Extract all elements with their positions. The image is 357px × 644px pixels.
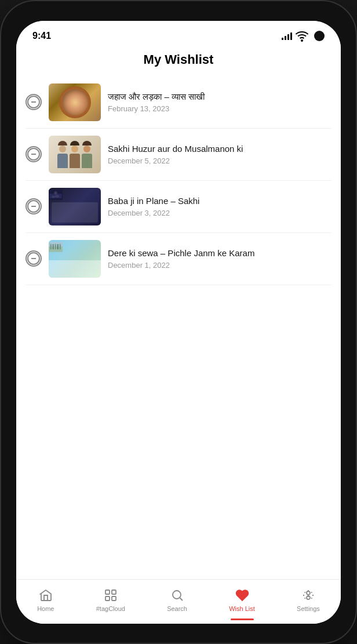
remove-button-2[interactable]	[26, 146, 42, 162]
svg-rect-24	[60, 245, 61, 249]
svg-point-9	[54, 191, 57, 194]
svg-point-0	[301, 40, 303, 41]
settings-icon	[301, 588, 316, 603]
svg-rect-18	[53, 245, 54, 249]
page-header: My Wishlist	[16, 48, 341, 77]
item-title-1: जहाज और लड़का – व्यास साखी	[108, 91, 332, 103]
status-icons	[282, 29, 325, 43]
remove-button-1[interactable]	[26, 94, 42, 110]
phone-screen: 9:41 My Wishlist	[16, 21, 341, 624]
svg-rect-29	[112, 596, 116, 601]
svg-point-30	[173, 591, 181, 599]
wishlist-icon	[235, 588, 250, 603]
nav-label-settings: Settings	[297, 605, 320, 612]
item-info-3: Baba ji in Plane – Sakhi December 3, 202…	[108, 195, 332, 218]
nav-item-home[interactable]: Home	[30, 585, 61, 614]
svg-point-32	[307, 591, 310, 595]
wifi-icon	[295, 29, 309, 43]
svg-point-10	[52, 195, 55, 198]
nav-label-tagcloud: #tagCloud	[96, 605, 125, 612]
wishlist-content: जहाज और लड़का – व्यास साखी February 13, …	[16, 77, 341, 579]
bottom-nav: Home #tagCloud	[16, 579, 341, 624]
item-thumbnail-1	[49, 83, 101, 121]
svg-point-23	[57, 244, 59, 246]
svg-rect-22	[57, 245, 59, 249]
item-thumbnail-2	[49, 136, 101, 173]
remove-button-3[interactable]	[26, 198, 42, 214]
svg-rect-26	[105, 590, 110, 594]
page-title: My Wishlist	[30, 52, 327, 67]
search-icon	[170, 588, 185, 603]
nav-item-tagcloud[interactable]: #tagCloud	[89, 585, 132, 614]
item-date-4: December 1, 2022	[108, 261, 332, 270]
nav-item-search[interactable]: Search	[160, 585, 194, 614]
item-info-2: Sakhi Huzur aur do Musalmanon ki Decembe…	[108, 143, 332, 166]
item-info-4: Dere ki sewa – Pichle Janm ke Karam Dece…	[108, 248, 332, 270]
nav-label-search: Search	[167, 605, 187, 612]
remove-button-4[interactable]	[26, 250, 42, 267]
list-item: Baba ji in Plane – Sakhi December 3, 202…	[26, 181, 332, 233]
list-item: जहाज और लड़का – व्यास साखी February 13, …	[26, 77, 332, 129]
nav-item-settings[interactable]: Settings	[290, 585, 327, 614]
home-icon	[38, 588, 53, 603]
item-info-1: जहाज और लड़का – व्यास साखी February 13, …	[108, 91, 332, 114]
svg-line-31	[180, 598, 183, 601]
svg-rect-20	[55, 245, 56, 249]
svg-point-17	[50, 243, 52, 245]
phone-frame: 9:41 My Wishlist	[0, 0, 357, 644]
svg-rect-16	[50, 245, 52, 249]
signal-icon	[282, 32, 292, 40]
item-date-1: February 13, 2023	[108, 104, 332, 113]
svg-point-25	[59, 243, 61, 245]
nav-active-indicator	[231, 618, 254, 620]
camera-dot	[314, 31, 325, 41]
nav-label-wishlist: Wish List	[229, 605, 255, 612]
item-thumbnail-4	[49, 240, 101, 278]
list-item: Sakhi Huzur aur do Musalmanon ki Decembe…	[26, 129, 332, 181]
item-title-2: Sakhi Huzur aur do Musalmanon ki	[108, 143, 332, 155]
svg-rect-27	[112, 590, 116, 594]
list-item: Dere ki sewa – Pichle Janm ke Karam Dece…	[26, 233, 332, 285]
svg-rect-28	[105, 596, 110, 601]
item-thumbnail-3	[49, 188, 101, 225]
item-date-3: December 3, 2022	[108, 209, 332, 217]
status-bar: 9:41	[16, 21, 341, 48]
status-time: 9:41	[32, 31, 51, 41]
svg-point-11	[55, 195, 59, 198]
item-title-4: Dere ki sewa – Pichle Janm ke Karam	[108, 248, 332, 259]
item-title-3: Baba ji in Plane – Sakhi	[108, 195, 332, 207]
item-date-2: December 5, 2022	[108, 157, 332, 165]
nav-item-wishlist[interactable]: Wish List	[222, 585, 262, 614]
svg-point-19	[52, 244, 54, 246]
svg-point-21	[54, 243, 56, 245]
tagcloud-icon	[103, 588, 118, 603]
nav-label-home: Home	[37, 605, 54, 612]
